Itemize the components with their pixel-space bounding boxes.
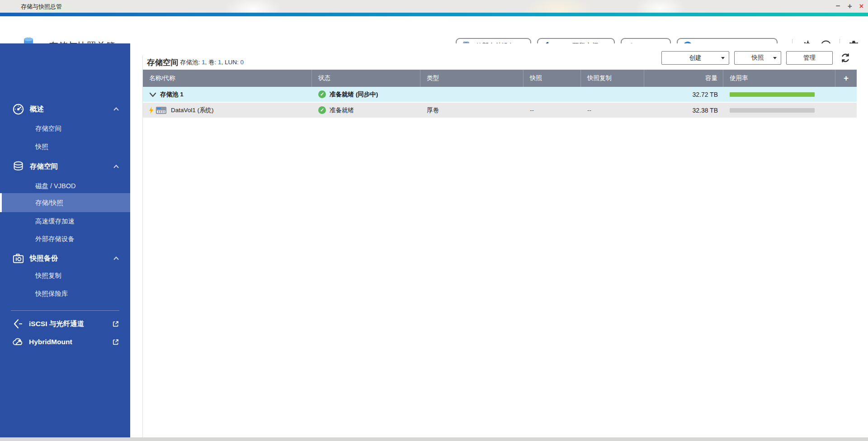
volume-snapshot-replica: -- (581, 103, 644, 118)
cloud-icon (12, 336, 24, 348)
sidebar-section-overview[interactable]: 概述 (0, 99, 130, 119)
sidebar-item-label: 外部存储设备 (35, 235, 75, 243)
pool-name: 存储池 1 (160, 90, 184, 99)
pool-count-value: 1 (202, 59, 205, 66)
sidebar-section-label: 概述 (30, 104, 44, 114)
chevron-down-icon (773, 57, 777, 59)
pool-capacity: 32.72 TB (644, 87, 723, 102)
sidebar-link-label: iSCSI 与光纤通道 (29, 319, 84, 329)
content-title: 存储空间 (147, 57, 179, 68)
column-header-name[interactable]: 名称/代称 (143, 70, 312, 87)
iscsi-icon (12, 318, 24, 330)
pool-usage-fill (730, 92, 815, 97)
create-button-label: 创建 (689, 54, 702, 62)
lun-count-value: 0 (241, 59, 244, 66)
pool-usage-bar (730, 92, 815, 97)
sidebar-item-label: 快照 (35, 142, 48, 151)
column-header-snapshot-replica[interactable]: 快照复制 (581, 70, 644, 87)
sidebar-item-label: 存储空间 (35, 124, 61, 133)
create-button[interactable]: 创建 (661, 51, 729, 65)
volume-disk-icon (156, 106, 167, 114)
pool-snapshot-replica (581, 87, 644, 102)
column-header-type[interactable]: 类型 (420, 70, 524, 87)
chevron-down-icon (721, 57, 725, 59)
status-ok-icon: ✓ (318, 106, 326, 114)
volume-name: DataVol1 (系统) (171, 106, 214, 114)
pool-count-label: 存储池: (180, 59, 202, 66)
table-header-row: 名称/代称 状态 类型 快照 快照复制 容量 使用率 + (143, 70, 857, 87)
window-bottom-edge (0, 437, 868, 441)
sidebar-item-storage-snapshots[interactable]: 存储/快照 (0, 193, 130, 212)
accent-gradient-bar (0, 13, 868, 16)
sidebar-item-label: 高速缓存加速 (35, 217, 75, 226)
pool-snapshot (524, 87, 581, 102)
column-header-snapshot[interactable]: 快照 (524, 70, 581, 87)
column-header-status[interactable]: 状态 (312, 70, 420, 87)
sidebar: 概述 存储空间 快照 存储空间 磁盘 / VJBOD 存储/快照 高速缓存加速 … (0, 43, 130, 437)
pool-status: 准备就绪 (同步中) (330, 90, 378, 99)
status-ok-icon: ✓ (318, 90, 326, 98)
volume-count-label: , 卷: (205, 59, 218, 66)
table-row-storage-pool[interactable]: 存储池 1 ✓ 准备就绪 (同步中) 32.72 TB (143, 87, 857, 103)
window-titlebar: 存储与快照总管 − + × (0, 0, 868, 13)
column-header-usage[interactable]: 使用率 (723, 70, 835, 87)
sidebar-item-external-storage[interactable]: 外部存储设备 (0, 230, 130, 248)
volume-type: 厚卷 (420, 103, 524, 118)
maximize-button[interactable]: + (848, 0, 852, 13)
external-link-icon (112, 320, 119, 327)
chevron-up-icon (113, 256, 119, 261)
volume-usage-bar (730, 108, 815, 113)
camera-icon (12, 252, 24, 265)
snapshot-button-label: 快照 (752, 54, 764, 62)
column-header-capacity[interactable]: 容量 (644, 70, 723, 87)
sidebar-section-snapshot-backup[interactable]: 快照备份 (0, 248, 130, 268)
refresh-icon[interactable] (839, 51, 852, 65)
sidebar-item-label: 快照复制 (35, 271, 61, 280)
sidebar-item-storage-space[interactable]: 存储空间 (0, 119, 130, 138)
table-toolbar: 创建 快照 管理 (661, 51, 852, 65)
pool-type (420, 87, 524, 102)
manage-button[interactable]: 管理 (786, 51, 833, 65)
app-header: 存储与快照总管 RAID 外部存储设备 SSD 预留空间 (0, 16, 868, 43)
volume-capacity: 32.38 TB (644, 103, 723, 118)
lun-count-label: , LUN: (222, 59, 241, 66)
sidebar-item-cache-acceleration[interactable]: 高速缓存加速 (0, 212, 130, 230)
sidebar-section-storage[interactable]: 存储空间 (0, 156, 130, 176)
storage-table: 名称/代称 状态 类型 快照 快照复制 容量 使用率 + 存储池 1 ✓ 准备就… (143, 70, 857, 119)
sidebar-item-disks-vjbod[interactable]: 磁盘 / VJBOD (0, 177, 130, 195)
sidebar-link-label: HybridMount (29, 338, 72, 346)
gauge-icon (12, 103, 24, 115)
add-column-button[interactable]: + (835, 70, 857, 87)
disk-stack-icon (12, 161, 24, 173)
close-button[interactable]: × (859, 0, 863, 13)
sidebar-divider (11, 310, 119, 311)
volume-snapshot: -- (524, 103, 581, 118)
chevron-up-icon (113, 164, 119, 169)
expand-chevron-icon[interactable] (149, 92, 156, 97)
sidebar-item-label: 快照保险库 (35, 289, 68, 298)
sidebar-section-label: 存储空间 (30, 162, 58, 171)
sidebar-item-label: 磁盘 / VJBOD (35, 182, 75, 190)
external-link-icon (112, 338, 119, 346)
table-row-datavol1[interactable]: DataVol1 (系统) ✓ 准备就绪 厚卷 -- -- 32.38 TB (143, 103, 857, 119)
lightning-icon (149, 107, 154, 114)
sidebar-item-snapshot[interactable]: 快照 (0, 138, 130, 156)
sidebar-section-label: 快照备份 (30, 254, 58, 263)
chevron-up-icon (113, 107, 119, 111)
sidebar-item-snapshot-replica[interactable]: 快照复制 (0, 266, 130, 285)
manage-button-label: 管理 (803, 54, 816, 62)
window-title: 存储与快照总管 (21, 3, 62, 11)
sidebar-link-hybridmount[interactable]: HybridMount (0, 333, 130, 351)
sidebar-link-iscsi[interactable]: iSCSI 与光纤通道 (0, 315, 130, 333)
sidebar-item-label: 存储/快照 (35, 199, 63, 207)
snapshot-button[interactable]: 快照 (734, 51, 781, 65)
volume-status: 准备就绪 (330, 106, 354, 114)
sidebar-item-snapshot-vault[interactable]: 快照保险库 (0, 285, 130, 303)
minimize-button[interactable]: − (836, 0, 840, 13)
volume-count-value: 1 (218, 59, 222, 66)
main-content: 存储空间 存储池: 1, 卷: 1, LUN: 0 创建 快照 管理 名称/代称 (130, 43, 868, 437)
storage-summary: 存储池: 1, 卷: 1, LUN: 0 (180, 58, 244, 66)
